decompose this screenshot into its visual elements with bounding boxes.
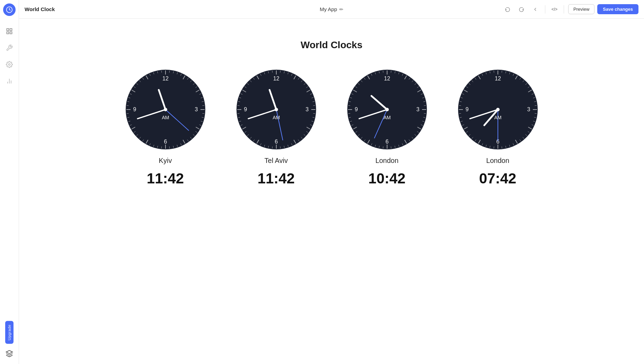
clock-face-1: 12369 AM (235, 68, 318, 151)
sidebar-item-tools[interactable] (2, 41, 16, 55)
svg-line-111 (280, 146, 280, 148)
svg-line-43 (161, 146, 162, 148)
svg-line-236 (535, 105, 537, 106)
svg-text:AM: AM (494, 115, 501, 120)
edit-icon[interactable]: ✏ (339, 7, 343, 12)
svg-text:3: 3 (527, 106, 530, 112)
svg-line-56 (126, 113, 128, 114)
svg-line-98 (313, 113, 315, 114)
svg-line-83 (280, 71, 280, 73)
svg-line-13 (169, 71, 170, 73)
back-button[interactable] (530, 4, 541, 15)
code-button[interactable]: </> (549, 4, 560, 15)
undo-button[interactable] (502, 4, 513, 15)
app-logo[interactable] (3, 3, 16, 16)
svg-line-238 (535, 113, 537, 114)
save-button[interactable]: Save changes (597, 4, 638, 14)
svg-line-253 (494, 146, 494, 148)
svg-text:AM: AM (272, 115, 280, 120)
svg-line-198 (348, 105, 350, 106)
clock-city-2: London (375, 157, 399, 165)
svg-point-290 (496, 108, 500, 111)
clock-city-1: Tel Aviv (265, 157, 288, 165)
topbar: World Clock My App ✏ < (19, 0, 644, 19)
svg-point-150 (275, 108, 278, 111)
app-edit-name: My App (320, 6, 337, 12)
svg-rect-5 (7, 32, 9, 34)
divider (545, 5, 545, 14)
clock-time-2: 10:42 (368, 170, 405, 187)
svg-text:9: 9 (133, 106, 136, 112)
svg-point-220 (385, 108, 389, 111)
clock-time-3: 07:42 (479, 170, 516, 187)
sidebar-bottom: Upgrade (2, 321, 16, 361)
redo-button[interactable] (516, 4, 527, 15)
sidebar-item-settings[interactable] (2, 58, 16, 71)
sidebar-item-grid[interactable] (2, 24, 16, 38)
svg-line-281 (494, 71, 494, 73)
svg-line-71 (161, 71, 162, 73)
svg-text:12: 12 (162, 76, 169, 81)
svg-line-166 (424, 105, 426, 106)
svg-text:12: 12 (384, 76, 390, 81)
svg-rect-3 (7, 29, 9, 31)
page-title: World Clocks (301, 40, 362, 51)
topbar-center: My App ✏ (320, 6, 343, 12)
svg-line-113 (272, 146, 272, 148)
svg-line-128 (237, 105, 239, 106)
svg-line-196 (348, 113, 350, 114)
clock-time-1: 11:42 (258, 170, 295, 187)
svg-rect-6 (10, 32, 12, 34)
clock-face-0: 12369 AM (124, 68, 207, 151)
main-area: World Clock My App ✏ < (19, 0, 644, 364)
svg-line-126 (237, 113, 239, 114)
clocks-row: 12369 AM Kyiv 11:42 12369 A (124, 68, 539, 187)
clock-face-3: 12369 AM (456, 68, 539, 151)
svg-line-58 (126, 105, 128, 106)
svg-line-268 (459, 105, 461, 106)
svg-line-181 (391, 146, 391, 148)
svg-text:12: 12 (495, 76, 501, 81)
svg-text:12: 12 (273, 76, 279, 81)
svg-text:3: 3 (416, 106, 419, 112)
svg-line-266 (459, 113, 461, 114)
sidebar-item-analytics[interactable] (2, 74, 16, 88)
clock-time-0: 11:42 (147, 170, 184, 187)
clock-face-2: 12369 AM (346, 68, 429, 151)
clock-item-3: 12369 AM London 07:42 (456, 68, 539, 187)
svg-text:9: 9 (244, 106, 247, 112)
svg-line-251 (502, 146, 502, 148)
svg-line-153 (391, 71, 391, 73)
svg-rect-4 (10, 29, 12, 31)
svg-text:AM: AM (162, 115, 169, 120)
clock-city-3: London (486, 157, 509, 165)
topbar-actions: </> Preview Save changes (502, 4, 638, 15)
svg-text:3: 3 (305, 106, 308, 112)
svg-line-223 (502, 71, 502, 73)
svg-line-183 (383, 146, 383, 148)
svg-line-41 (169, 146, 170, 148)
svg-line-26 (202, 105, 204, 106)
svg-text:6: 6 (385, 139, 388, 145)
clock-item-1: 12369 AM Tel Aviv 11:42 (235, 68, 318, 187)
svg-text:AM: AM (383, 115, 391, 120)
svg-line-28 (202, 113, 204, 114)
svg-text:3: 3 (195, 106, 198, 112)
svg-line-168 (424, 113, 426, 114)
svg-text:9: 9 (465, 106, 468, 112)
svg-point-80 (164, 108, 167, 111)
clock-item-0: 12369 AM Kyiv 11:42 (124, 68, 207, 187)
stack-icon[interactable] (2, 347, 16, 361)
svg-text:9: 9 (355, 106, 358, 112)
svg-line-96 (313, 105, 315, 106)
svg-text:6: 6 (164, 139, 167, 145)
svg-point-7 (9, 64, 10, 66)
divider2 (564, 5, 564, 14)
sidebar: Upgrade (0, 0, 19, 364)
upgrade-button[interactable]: Upgrade (5, 321, 14, 344)
svg-text:6: 6 (275, 139, 278, 145)
svg-line-211 (383, 71, 383, 73)
clock-item-2: 12369 AM London 10:42 (346, 68, 429, 187)
content-area: World Clocks 12369 AM Kyiv 11:42 12369 (19, 19, 644, 364)
preview-button[interactable]: Preview (568, 4, 594, 14)
